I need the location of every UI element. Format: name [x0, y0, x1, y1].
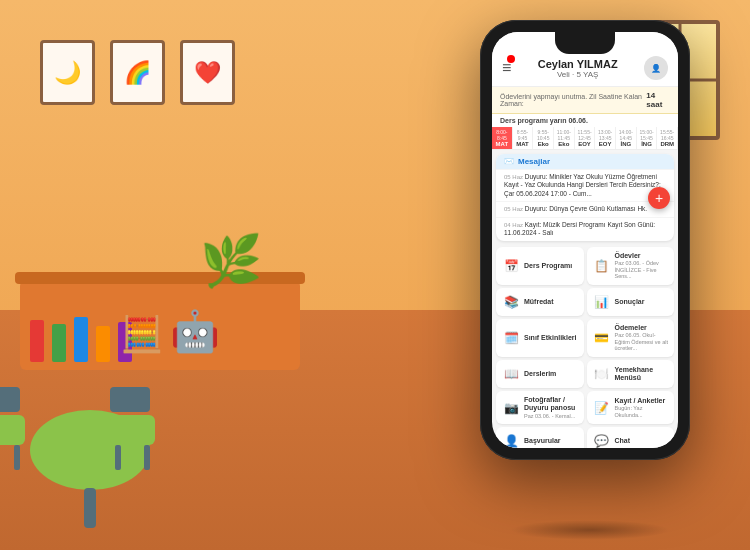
message-date-3: 04 Haz — [504, 222, 525, 228]
yemekhane-label: Yemekhane Menüsü — [615, 366, 669, 383]
odemeler-sublabel: Paz 06.05. Okul-Eğitim Ödemesi ve alt üc… — [615, 332, 669, 352]
message-date-2: 05 Haz — [504, 206, 525, 212]
fotograflar-sublabel: Paz 03.06. - Kemal... — [524, 413, 578, 420]
book-1 — [30, 320, 44, 362]
phone-frame: ≡ Ceylan YILMAZ Veli · 5 YAŞ 👤 Ödevlerin… — [480, 20, 690, 460]
kayit-anketler-icon: 📝 — [593, 399, 611, 417]
sinif-etkinlikleri-icon: 🗓️ — [502, 329, 520, 347]
schedule-item-8[interactable]: 15:00-15:45 İNG — [637, 127, 658, 149]
ders-programi-label: Ders Programı — [524, 262, 572, 270]
messages-icon: ✉️ — [504, 157, 514, 166]
odevler-sublabel: Paz 03.06. - Ödev İNGİLİZCE - Five Sens.… — [615, 260, 669, 280]
header-title: Ceylan YILMAZ Veli · 5 YAŞ — [538, 58, 618, 79]
chat-label: Chat — [615, 437, 631, 445]
schedule-bar: 8:00-8:45 MAT 8:55-9:45 MAT 9:55-10:45 E… — [492, 127, 678, 150]
yemekhane-icon: 🍽️ — [593, 365, 611, 383]
book-3 — [74, 317, 88, 362]
schedule-item-5[interactable]: 11:55-12:45 EOY — [575, 127, 596, 149]
messages-header: ✉️ Mesajlar — [496, 154, 674, 169]
odevler-icon: 📋 — [593, 257, 611, 275]
schedule-header: Ders programı yarın 06.06. — [492, 114, 678, 127]
odevler-label: Ödevler — [615, 252, 669, 260]
reminder-banner: Ödevlerini yapmayı unutma. Zil Saatine K… — [492, 87, 678, 114]
mufredat-label: Müfredat — [524, 298, 554, 306]
sinif-etkinlikleri-label: Sınıf Etkinlikleri — [524, 334, 577, 342]
menu-icon[interactable]: ≡ — [502, 59, 511, 77]
phone-screen: ≡ Ceylan YILMAZ Veli · 5 YAŞ 👤 Ödevlerin… — [492, 32, 678, 448]
phone-notch — [555, 32, 615, 54]
basvurular-label: Başvurular — [524, 437, 561, 445]
schedule-item-7[interactable]: 14:00-14:45 İNG — [616, 127, 637, 149]
robot: 🤖 — [170, 308, 220, 355]
schedule-item-1[interactable]: 8:00-8:45 MAT — [492, 127, 513, 149]
picture-2: 🌈 — [110, 40, 165, 105]
menu-sonuclar[interactable]: 📊 Sonuçlar — [587, 288, 675, 316]
picture-3: ❤️ — [180, 40, 235, 105]
phone-shadow — [510, 520, 670, 540]
menu-sinif-etkinlikleri[interactable]: 🗓️ Sınıf Etkinlikleri — [496, 319, 584, 357]
menu-kayit-anketler[interactable]: 📝 Kayıt / Anketler Bugün: Yaz Okulunda..… — [587, 391, 675, 424]
ders-programi-icon: 📅 — [502, 257, 520, 275]
messages-title: Mesajlar — [518, 157, 550, 166]
grid-menu: 📅 Ders Programı 📋 Ödevler Paz 03.06. - Ö… — [492, 244, 678, 448]
table-leg — [84, 488, 96, 528]
message-text-2: Duyuru: Dünya Çevre Günü Kutlaması Hk. — [525, 205, 647, 212]
plant: 🌿 — [200, 232, 262, 290]
odemeler-label: Ödemeler — [615, 324, 669, 332]
sonuclar-icon: 📊 — [593, 293, 611, 311]
message-text-1: Duyuru: Minikler Yaz Okulu Yüzme Öğretme… — [504, 173, 661, 197]
book-2 — [52, 324, 66, 362]
menu-odemeler[interactable]: 💳 Ödemeler Paz 06.05. Okul-Eğitim Ödemes… — [587, 319, 675, 357]
abacus: 🧮 — [120, 314, 164, 355]
menu-odevler[interactable]: 📋 Ödevler Paz 03.06. - Ödev İNGİLİZCE - … — [587, 247, 675, 285]
user-role: Veli · 5 YAŞ — [538, 70, 618, 79]
wall-pictures: 🌙 🌈 ❤️ — [40, 40, 235, 105]
schedule-item-9[interactable]: 15:55-16:45 DRM — [657, 127, 678, 149]
reminder-text: Ödevlerini yapmayı unutma. Zil Saatine K… — [500, 93, 646, 107]
fotograflar-label: Fotoğraflar / Duyuru panosu — [524, 396, 578, 413]
mufredat-icon: 📚 — [502, 293, 520, 311]
chat-icon: 💬 — [593, 432, 611, 448]
phone-wrapper: ≡ Ceylan YILMAZ Veli · 5 YAŞ 👤 Ödevlerin… — [480, 20, 700, 520]
menu-derslerim[interactable]: 📖 Derslerim — [496, 360, 584, 388]
menu-fotograflar[interactable]: 📷 Fotoğraflar / Duyuru panosu Paz 03.06.… — [496, 391, 584, 424]
fab-button[interactable]: + — [648, 187, 670, 209]
reminder-time: 14 saat — [646, 91, 670, 109]
menu-basvurular[interactable]: 👤 Başvurular — [496, 427, 584, 448]
menu-chat[interactable]: 💬 Chat — [587, 427, 675, 448]
notification-badge — [507, 55, 515, 63]
picture-1: 🌙 — [40, 40, 95, 105]
derslerim-icon: 📖 — [502, 365, 520, 383]
chair-right — [110, 387, 155, 470]
menu-yemekhane[interactable]: 🍽️ Yemekhane Menüsü — [587, 360, 675, 388]
schedule-item-2[interactable]: 8:55-9:45 MAT — [513, 127, 534, 149]
schedule-item-4[interactable]: 11:00-11:45 Eko — [554, 127, 575, 149]
basvurular-icon: 👤 — [502, 432, 520, 448]
book-4 — [96, 326, 110, 362]
user-name: Ceylan YILMAZ — [538, 58, 618, 70]
kayit-anketler-label: Kayıt / Anketler — [615, 397, 669, 405]
message-date-1: 05 Haz — [504, 174, 525, 180]
avatar[interactable]: 👤 — [644, 56, 668, 80]
kayit-anketler-sublabel: Bugün: Yaz Okulunda... — [615, 405, 669, 418]
message-text-3: Kayıt: Müzik Dersi Programı Kayıt Son Gü… — [504, 221, 655, 236]
sonuclar-label: Sonuçlar — [615, 298, 645, 306]
message-item-2[interactable]: 05 Haz Duyuru: Dünya Çevre Günü Kutlamas… — [496, 201, 674, 216]
message-item-3[interactable]: 04 Haz Kayıt: Müzik Dersi Programı Kayıt… — [496, 217, 674, 241]
fotograflar-icon: 📷 — [502, 399, 520, 417]
menu-ders-programi[interactable]: 📅 Ders Programı — [496, 247, 584, 285]
schedule-item-3[interactable]: 9:55-10:45 Eko — [533, 127, 554, 149]
schedule-item-6[interactable]: 13:00-13:45 EOY — [595, 127, 616, 149]
chair-left — [0, 387, 25, 470]
derslerim-label: Derslerim — [524, 370, 556, 378]
odemeler-icon: 💳 — [593, 329, 611, 347]
menu-mufredat[interactable]: 📚 Müfredat — [496, 288, 584, 316]
